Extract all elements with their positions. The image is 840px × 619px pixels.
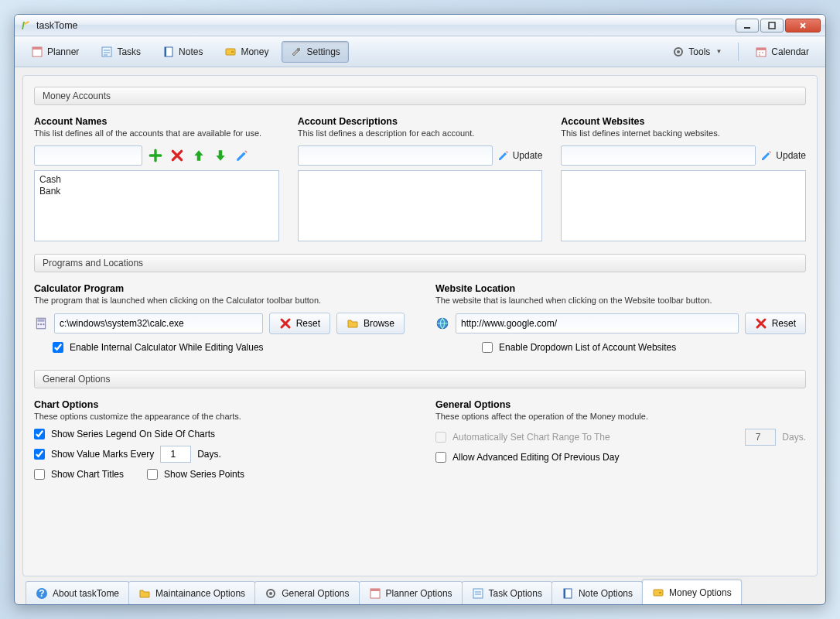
money-button[interactable]: Money xyxy=(216,41,277,63)
settings-button[interactable]: Settings xyxy=(282,41,348,63)
calendar-icon xyxy=(755,46,767,58)
update-website-button[interactable]: Update xyxy=(760,149,806,162)
planner-icon xyxy=(31,46,43,58)
tab-about-label: About taskTome xyxy=(53,588,119,599)
enable-dropdown-websites-checkbox[interactable] xyxy=(482,342,493,353)
show-series-points-label: Show Series Points xyxy=(164,469,244,480)
calculator-browse-button[interactable]: Browse xyxy=(336,313,405,334)
calendar-button[interactable]: Calendar xyxy=(746,41,818,63)
notes-button[interactable]: Notes xyxy=(154,41,211,63)
folder-icon xyxy=(347,317,359,330)
tab-planner-label: Planner Options xyxy=(386,588,452,599)
calculator-desc: The program that is launched when clicki… xyxy=(34,296,405,305)
svg-point-18 xyxy=(43,323,44,325)
delete-icon[interactable] xyxy=(169,147,186,164)
programs-group: Programs and Locations Calculator Progra… xyxy=(34,254,806,357)
allow-advanced-checkbox[interactable] xyxy=(435,452,446,463)
show-legend-checkbox[interactable] xyxy=(34,429,45,439)
tab-maintenance[interactable]: Maintainance Options xyxy=(128,581,255,604)
chart-options-section: Chart Options These options customize th… xyxy=(34,399,405,486)
list-item[interactable]: Cash xyxy=(39,174,274,186)
edit-icon[interactable] xyxy=(234,147,251,164)
tab-maintenance-label: Maintainance Options xyxy=(155,588,245,599)
help-icon: ? xyxy=(36,587,48,600)
tab-task[interactable]: Task Options xyxy=(462,581,552,604)
minimize-button[interactable] xyxy=(736,19,759,32)
tasks-icon xyxy=(101,46,113,58)
general-opts-section: General Options These options affect the… xyxy=(435,399,806,486)
globe-icon xyxy=(435,316,449,330)
settings-panel: Money Accounts Account Names This list d… xyxy=(22,75,818,576)
calculator-reset-button[interactable]: Reset xyxy=(269,313,330,334)
svg-point-23 xyxy=(269,592,272,595)
account-websites-desc: This list defines internet backing websi… xyxy=(561,128,806,138)
folder-icon xyxy=(138,587,151,600)
planner-button[interactable]: Planner xyxy=(22,41,87,63)
show-legend-label: Show Series Legend On Side Of Charts xyxy=(51,429,215,439)
tasks-icon xyxy=(472,587,484,600)
add-icon[interactable] xyxy=(147,147,164,164)
value-marks-days-input[interactable] xyxy=(160,446,191,463)
move-up-icon[interactable] xyxy=(190,147,207,164)
website-desc: The website that is launched when clicki… xyxy=(435,296,806,305)
settings-label: Settings xyxy=(306,46,340,57)
calendar-label: Calendar xyxy=(771,46,809,57)
tasks-label: Tasks xyxy=(117,46,141,57)
calculator-section: Calculator Program The program that is l… xyxy=(34,283,405,357)
close-button[interactable] xyxy=(785,19,821,32)
calculator-path-input[interactable] xyxy=(54,313,263,333)
notes-icon xyxy=(562,587,574,600)
enable-internal-calc-checkbox[interactable] xyxy=(53,342,63,353)
programs-header: Programs and Locations xyxy=(34,254,806,272)
tab-money-label: Money Options xyxy=(669,587,732,598)
update-label: Update xyxy=(513,150,543,161)
general-opts-desc: These options affect the operation of th… xyxy=(435,412,806,421)
tab-note[interactable]: Note Options xyxy=(551,581,643,604)
planner-icon xyxy=(369,587,381,600)
maximize-button[interactable] xyxy=(760,19,784,32)
tab-money[interactable]: Money Options xyxy=(642,580,742,604)
website-url-input[interactable] xyxy=(456,313,739,333)
account-description-input[interactable] xyxy=(298,145,493,166)
svg-point-17 xyxy=(40,323,42,325)
app-window: taskTome Planner Tasks Notes Money Setti… xyxy=(14,14,826,605)
tasks-button[interactable]: Tasks xyxy=(92,41,149,63)
auto-range-days-input xyxy=(745,429,776,446)
tools-button[interactable]: Tools ▼ xyxy=(664,41,730,63)
chevron-down-icon: ▼ xyxy=(715,48,722,55)
account-websites-list[interactable] xyxy=(561,170,806,241)
notes-icon xyxy=(162,46,175,58)
show-series-points-checkbox[interactable] xyxy=(147,469,158,480)
move-down-icon[interactable] xyxy=(212,147,229,164)
show-chart-titles-label: Show Chart Titles xyxy=(51,469,124,480)
enable-dropdown-websites-label: Enable Dropdown List of Account Websites xyxy=(499,342,676,353)
delete-icon xyxy=(755,317,767,330)
tab-planner[interactable]: Planner Options xyxy=(359,581,463,604)
tab-general[interactable]: General Options xyxy=(254,581,359,604)
website-reset-button[interactable]: Reset xyxy=(745,313,806,334)
svg-rect-3 xyxy=(32,47,42,50)
settings-icon xyxy=(290,46,302,58)
svg-rect-13 xyxy=(756,48,766,50)
list-item[interactable]: Bank xyxy=(39,186,274,197)
money-label: Money xyxy=(241,46,268,57)
account-websites-col: Account Websites This list defines inter… xyxy=(561,116,806,241)
account-website-input[interactable] xyxy=(561,145,756,166)
show-value-marks-checkbox[interactable] xyxy=(34,449,45,460)
account-descriptions-list[interactable] xyxy=(298,170,543,241)
allow-advanced-label: Allow Advanced Editing Of Previous Day xyxy=(452,452,619,463)
top-toolbar: Planner Tasks Notes Money Settings Tools… xyxy=(15,36,825,67)
account-websites-title: Account Websites xyxy=(561,116,806,127)
account-names-list[interactable]: Cash Bank xyxy=(34,170,279,241)
tab-about[interactable]: ? About taskTome xyxy=(26,581,129,604)
tab-task-label: Task Options xyxy=(489,588,542,599)
website-section: Website Location The website that is lau… xyxy=(435,283,806,357)
reset-label: Reset xyxy=(296,318,320,329)
chart-options-title: Chart Options xyxy=(34,399,405,410)
account-name-input[interactable] xyxy=(34,145,142,166)
website-title: Website Location xyxy=(435,283,806,294)
svg-rect-28 xyxy=(564,589,565,598)
show-chart-titles-checkbox[interactable] xyxy=(34,469,45,480)
update-description-button[interactable]: Update xyxy=(497,149,543,162)
enable-internal-calc-label: Enable Internal Calculator While Editing… xyxy=(70,342,264,353)
